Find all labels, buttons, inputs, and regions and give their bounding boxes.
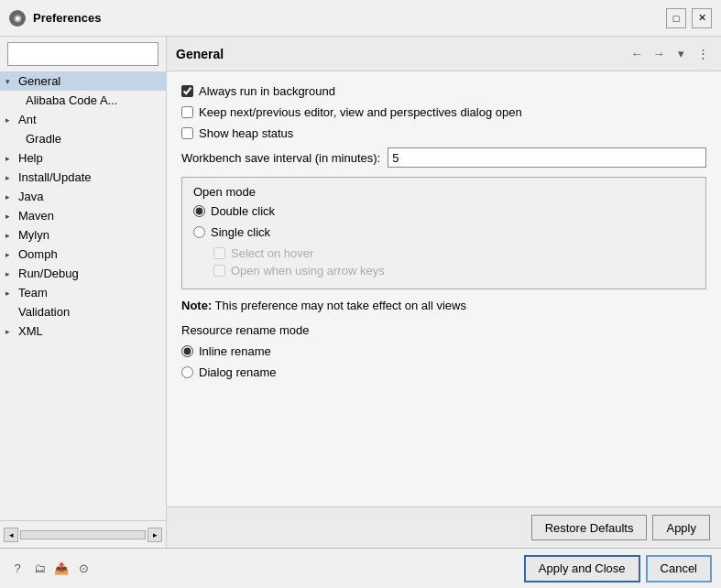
sync-icon[interactable]: ⊙ [75,561,92,577]
scroll-left-button[interactable]: ◂ [4,528,18,542]
folder-icon[interactable]: 🗂 [31,561,48,577]
main-content: ▾ General Alibaba Code A... ▸ Ant Gradle… [0,37,721,548]
help-icon[interactable]: ? [9,561,26,577]
resource-rename-title: Resource rename mode [181,323,706,337]
always-run-option-row: Always run in background [181,84,706,98]
sidebar-item-install-update[interactable]: ▸ Install/Update [0,168,166,187]
sidebar-item-label: Maven [18,209,54,223]
single-click-radio[interactable] [193,226,205,238]
sidebar-item-label: Validation [18,305,70,319]
sidebar-item-label: XML [18,324,43,338]
panel-title: General [176,47,628,61]
scroll-right-button[interactable]: ▸ [147,528,162,542]
app-icon: ◉ [9,10,26,27]
double-click-radio[interactable] [193,205,205,217]
apply-and-close-button[interactable]: Apply and Close [524,555,640,583]
restore-defaults-button[interactable]: Restore Defaults [531,515,648,540]
window-title: Preferences [33,11,666,25]
window-controls: □ ✕ [666,8,712,28]
scroll-track[interactable] [20,530,146,539]
select-on-hover-label: Select on hover [231,246,313,260]
workbench-save-row: Workbench save interval (in minutes): [181,147,706,168]
sidebar-item-java[interactable]: ▸ Java [0,187,166,206]
open-arrow-keys-checkbox [213,265,225,277]
forward-button[interactable]: → [650,45,668,63]
chevron-right-icon: ▸ [5,250,15,259]
down-arrow-button[interactable]: ▾ [672,45,690,63]
search-input[interactable] [7,42,158,66]
sidebar-item-mylyn[interactable]: ▸ Mylyn [0,225,166,245]
bottom-icons: ? 🗂 📤 ⊙ [9,561,92,577]
export-icon[interactable]: 📤 [53,561,70,577]
inline-rename-row: Inline rename [181,344,706,358]
note-row: Note: This preference may not take effec… [181,299,706,312]
sidebar-item-label: Gradle [26,132,61,146]
sidebar-item-label: General [18,74,60,88]
show-heap-checkbox[interactable] [181,127,193,139]
sidebar-item-validation[interactable]: Validation [0,302,166,321]
panel-header: General ← → ▾ ⋮ [167,37,721,71]
sidebar-item-label: Install/Update [18,170,92,184]
open-mode-title: Open mode [193,185,694,199]
sidebar-item-label: Alibaba Code A... [26,93,117,107]
dialog-rename-row: Dialog rename [181,365,706,379]
resource-rename-section: Resource rename mode Inline rename Dialo… [181,323,706,379]
select-on-hover-checkbox [213,247,225,259]
maximize-button[interactable]: □ [666,8,686,28]
inline-rename-radio[interactable] [181,345,193,357]
sidebar-item-xml[interactable]: ▸ XML [0,321,166,341]
chevron-right-icon: ▸ [5,173,15,182]
more-button[interactable]: ⋮ [694,45,712,63]
panel-footer: Restore Defaults Apply [167,506,721,548]
double-click-option-row: Double click [193,204,694,218]
close-button[interactable]: ✕ [692,8,712,28]
dialog-rename-label: Dialog rename [199,365,277,379]
sidebar-item-team[interactable]: ▸ Team [0,283,166,302]
chevron-right-icon: ▸ [5,192,15,201]
sidebar-item-general[interactable]: ▾ General [0,71,166,91]
chevron-down-icon: ▾ [5,77,15,86]
keep-editor-label: Keep next/previous editor, view and pers… [199,105,522,119]
sidebar-scrollbar: ◂ ▸ [0,520,166,548]
chevron-right-icon: ▸ [5,231,15,240]
note-text: This preference may not take effect on a… [212,299,466,312]
sidebar-item-alibaba[interactable]: Alibaba Code A... [0,91,166,110]
sidebar-item-run-debug[interactable]: ▸ Run/Debug [0,264,166,283]
title-bar: ◉ Preferences □ ✕ [0,0,721,37]
open-mode-section: Open mode Double click Single click Sele… [181,177,706,289]
cancel-button[interactable]: Cancel [646,555,712,583]
chevron-right-icon: ▸ [5,154,15,163]
back-button[interactable]: ← [628,45,646,63]
chevron-right-icon: ▸ [5,269,15,278]
panel-toolbar: ← → ▾ ⋮ [628,45,712,63]
sidebar-item-label: Ant [18,113,37,126]
always-run-label: Always run in background [199,84,335,98]
tree-area: ▾ General Alibaba Code A... ▸ Ant Gradle… [0,71,166,520]
always-run-checkbox[interactable] [181,85,193,97]
select-on-hover-row: Select on hover [213,246,694,260]
keep-editor-checkbox[interactable] [181,106,193,118]
bottom-actions: Apply and Close Cancel [524,555,712,583]
open-arrow-keys-row: Open when using arrow keys [213,264,694,278]
show-heap-option-row: Show heap status [181,126,706,140]
chevron-right-icon: ▸ [5,115,15,125]
dialog-rename-radio[interactable] [181,366,193,378]
workbench-save-label: Workbench save interval (in minutes): [181,151,380,165]
sidebar-item-maven[interactable]: ▸ Maven [0,206,166,225]
open-arrow-keys-label: Open when using arrow keys [231,264,385,278]
chevron-right-icon: ▸ [5,289,15,298]
keep-editor-option-row: Keep next/previous editor, view and pers… [181,105,706,119]
sidebar-item-help[interactable]: ▸ Help [0,148,166,168]
workbench-save-input[interactable] [388,147,706,168]
sidebar-item-oomph[interactable]: ▸ Oomph [0,245,166,264]
inline-rename-label: Inline rename [199,344,271,358]
single-click-option-row: Single click [193,225,694,239]
sidebar-item-label: Mylyn [18,228,49,242]
sidebar-item-gradle[interactable]: Gradle [0,129,166,148]
chevron-right-icon: ▸ [5,212,15,221]
sidebar-item-label: Java [18,190,43,203]
right-panel: General ← → ▾ ⋮ Always run in background… [167,37,721,548]
double-click-label: Double click [211,204,275,218]
apply-button[interactable]: Apply [652,515,710,540]
sidebar-item-ant[interactable]: ▸ Ant [0,110,166,129]
